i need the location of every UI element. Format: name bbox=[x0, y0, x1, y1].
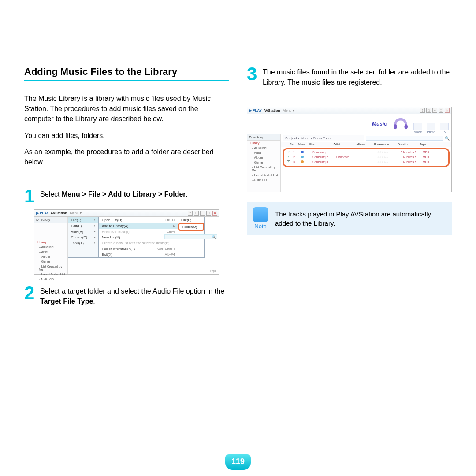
app-title: AVStation bbox=[264, 108, 280, 112]
column-type-label: Type bbox=[210, 269, 216, 272]
music-mode-label: Music bbox=[372, 121, 387, 127]
note-label: Note bbox=[253, 223, 268, 230]
submenu-folder-info[interactable]: Folder Information(F)Ctrl+Shift+I bbox=[99, 246, 178, 252]
app-logo: ▶ PLAY bbox=[249, 108, 262, 112]
screenshot-menu-open: ▶ PLAY AVStation Menu ▾ ? □ − □ × Direct… bbox=[34, 209, 219, 275]
submenu3-folder[interactable]: Folder(O) bbox=[178, 223, 204, 231]
step-1-number: 1 bbox=[24, 188, 37, 204]
mode-photo[interactable]: Photo bbox=[427, 123, 435, 134]
tracks-highlight-box: 1 Samsung 1 ☆☆☆☆☆ 3 Minutes 5… MP3 2 bbox=[283, 148, 450, 167]
mode-movie[interactable]: Movie bbox=[413, 123, 422, 134]
step-3-number: 3 bbox=[247, 66, 259, 82]
headphones-icon bbox=[392, 117, 409, 131]
submenu3-file[interactable]: File(F) bbox=[178, 217, 204, 223]
sidebar-header: Directory bbox=[247, 134, 280, 141]
search-icon: 🔍 bbox=[445, 136, 450, 141]
checkbox-icon[interactable] bbox=[287, 151, 290, 154]
intro-1: The Music Library is a library with musi… bbox=[24, 93, 229, 124]
mood-dot-icon bbox=[301, 156, 304, 158]
submenu-add-to-library[interactable]: Add to Library(A)▸ bbox=[99, 223, 178, 229]
mode-tv[interactable]: TV bbox=[440, 123, 449, 134]
intro-2: You can add files, folders. bbox=[24, 130, 229, 141]
sidebar-item-genre[interactable]: – Genre bbox=[247, 160, 280, 165]
step-2-text: Select a target folder and select the Au… bbox=[40, 285, 229, 306]
sidebar-item-latest[interactable]: – Latest Added List bbox=[247, 173, 280, 178]
search-input[interactable] bbox=[366, 136, 443, 141]
table-header: No Mood File Artist Album Preference Dur… bbox=[281, 142, 451, 147]
sidebar-item-audio-cd[interactable]: ◦ Audio CD bbox=[247, 178, 280, 182]
submenu-exit[interactable]: Exit(X)Alt+F4 bbox=[99, 252, 178, 257]
note-box: Note The tracks played in Play AVStation… bbox=[247, 202, 452, 235]
menu-control[interactable]: Control(C)▸ bbox=[68, 234, 98, 240]
sidebar-item-artist[interactable]: – Artist bbox=[34, 249, 67, 254]
window-close-icon[interactable]: × bbox=[212, 211, 217, 216]
table-row[interactable]: 2 Samsung 2 Unknown ☆☆☆☆☆ 3 Minutes 5… M… bbox=[284, 155, 448, 160]
svg-point-0 bbox=[394, 124, 397, 129]
screenshot-tracks-list: ▶ PLAY AVStation Menu ▾ ? □ − □ × Music … bbox=[247, 107, 452, 192]
checkbox-icon[interactable] bbox=[287, 160, 290, 164]
window-restore-icon[interactable]: □ bbox=[206, 211, 211, 216]
window-minimize-icon[interactable]: − bbox=[200, 211, 205, 216]
mood-dot-icon bbox=[301, 160, 304, 163]
table-row[interactable]: 3 Samsung 3 ☆☆☆☆☆ 3 Minutes 5… MP3 bbox=[284, 160, 448, 165]
search-input[interactable]: 🔍 bbox=[164, 234, 217, 239]
submenu-create-list[interactable]: Create a new list with the selected item… bbox=[99, 240, 178, 246]
page-number: 119 bbox=[225, 454, 251, 470]
window-restore-icon[interactable]: □ bbox=[439, 108, 443, 113]
sidebar-item-library[interactable]: Library bbox=[34, 240, 67, 245]
sidebar-header: Directory bbox=[34, 217, 67, 223]
section-heading: Adding Music Files to the Library bbox=[24, 66, 229, 81]
sidebar-item-album[interactable]: – Album bbox=[34, 254, 67, 259]
window-help-icon[interactable]: ? bbox=[188, 211, 193, 216]
window-close-icon[interactable]: × bbox=[445, 108, 450, 113]
note-icon bbox=[253, 207, 268, 222]
note-text: The tracks played in Play AVStation are … bbox=[275, 209, 446, 228]
app-logo: ▶ PLAY bbox=[36, 211, 49, 215]
window-maximize-icon[interactable]: □ bbox=[426, 108, 431, 113]
menu-view[interactable]: View(V)▸ bbox=[68, 229, 98, 234]
menu-edit[interactable]: Edit(E)▸ bbox=[68, 223, 98, 229]
search-icon: 🔍 bbox=[212, 235, 216, 239]
window-maximize-icon[interactable]: □ bbox=[194, 211, 199, 216]
sidebar-item-library[interactable]: Library bbox=[247, 141, 280, 145]
titlebar-menu[interactable]: Menu ▾ bbox=[70, 211, 81, 215]
sidebar-item-artist[interactable]: – Artist bbox=[247, 150, 280, 155]
titlebar-menu[interactable]: Menu ▾ bbox=[283, 108, 294, 112]
filter-bar[interactable]: Subject ▾ Mood ▾ Show Tools bbox=[283, 135, 364, 141]
step-1-text: Select Menu > File > Add to Library > Fo… bbox=[40, 188, 229, 199]
sidebar-item-audio-cd[interactable]: ◦ Audio CD bbox=[34, 277, 67, 282]
sidebar-item-genre[interactable]: – Genre bbox=[34, 259, 67, 264]
svg-point-1 bbox=[404, 124, 408, 129]
window-help-icon[interactable]: ? bbox=[420, 108, 425, 113]
intro-3: As an example, the procedures to add a f… bbox=[24, 147, 229, 167]
menu-file[interactable]: File(F)▸ bbox=[68, 217, 98, 223]
mood-dot-icon bbox=[301, 151, 304, 153]
sidebar-item-all-music[interactable]: – All Music bbox=[247, 145, 280, 150]
sidebar-item-latest[interactable]: – Latest Added List bbox=[34, 272, 67, 277]
sidebar-item-list-created[interactable]: – List Created by Me bbox=[247, 165, 280, 173]
sidebar-item-list-created[interactable]: – List Created by Me bbox=[34, 264, 67, 272]
step-3-text: The music files found in the selected fo… bbox=[263, 66, 452, 87]
table-row[interactable]: 1 Samsung 1 ☆☆☆☆☆ 3 Minutes 5… MP3 bbox=[284, 150, 448, 155]
checkbox-icon[interactable] bbox=[287, 156, 290, 159]
app-title: AVStation bbox=[51, 211, 67, 215]
step-2-number: 2 bbox=[24, 285, 37, 301]
submenu-file-info[interactable]: File Information(I)Ctrl+I bbox=[99, 229, 178, 234]
submenu-open-file[interactable]: Open File(O)Ctrl+O bbox=[99, 217, 178, 223]
sidebar-item-all-music[interactable]: – All Music bbox=[34, 245, 67, 249]
sidebar-item-album[interactable]: – Album bbox=[247, 155, 280, 160]
window-minimize-icon[interactable]: − bbox=[432, 108, 437, 113]
menu-tools[interactable]: Tools(T)▸ bbox=[68, 240, 98, 246]
